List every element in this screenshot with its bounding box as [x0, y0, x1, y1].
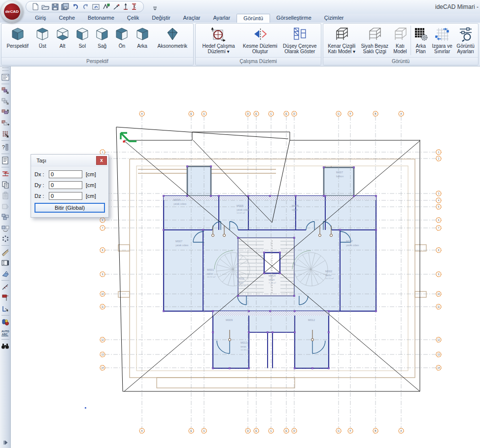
siyah-beyaz-sakli-cizgi-button[interactable]: Siyah Beyaz Saklı Çizgi [359, 24, 390, 57]
solid-tool-icon[interactable] [1, 269, 10, 278]
cube-top-icon [34, 25, 51, 43]
properties-list-icon[interactable] [1, 73, 10, 82]
sketch-edit-icon[interactable] [1, 248, 10, 256]
tab-cephe[interactable]: Cephe [53, 14, 81, 23]
idecad-logo: deCAD [4, 3, 20, 20]
cube-left-icon [74, 25, 91, 43]
izgara-ve-sinirlar-button[interactable]: Izgara ve Sınırlar [430, 24, 454, 57]
dy-unit: [cm] [86, 182, 96, 188]
report-icon[interactable] [1, 156, 10, 165]
kesme-duzlemi-olustur-button[interactable]: Kesme Düzlemi Oluştur [240, 24, 280, 57]
svg-text:11: 11 [438, 306, 440, 308]
perspektif-button[interactable]: Perspektif [2, 24, 33, 57]
redo-icon[interactable] [82, 3, 90, 10]
paste-special-icon[interactable] [1, 202, 10, 211]
polyline-edit-icon[interactable] [103, 3, 110, 10]
svg-text:yatak odası: yatak odası [346, 244, 359, 247]
alt-button[interactable]: Alt [52, 24, 72, 57]
measure-query-icon[interactable]: ? [1, 143, 10, 152]
svg-text:M007: M007 [336, 171, 343, 174]
move-dialog-titlebar[interactable]: Taşı x [31, 155, 108, 166]
arka-button[interactable]: Arka [132, 24, 153, 57]
cube-front-icon [113, 25, 130, 43]
kati-model-button[interactable]: Katı Model [390, 24, 410, 57]
copy-entity-icon[interactable] [1, 97, 10, 106]
window-title: ideCAD Mimari - [435, 3, 479, 10]
sol-button[interactable]: Sol [72, 24, 92, 57]
group-label-calisma-duzlemi: Çalışma Düzlemi [196, 57, 321, 65]
tab-değiştir[interactable]: Değiştir [145, 14, 176, 23]
svg-text:38.41 m²: 38.41 m² [238, 285, 246, 287]
dusey-cerceve-goster-button[interactable]: Düşey Çerçeve Olarak Göster [280, 24, 320, 57]
svg-text:M005: M005 [292, 204, 299, 207]
trim-line-icon[interactable] [1, 283, 10, 291]
application-button[interactable]: deCAD [1, 0, 23, 23]
mirror-entities-icon[interactable] [1, 224, 10, 232]
stretch-entity-icon[interactable] [1, 119, 10, 128]
finish-global-button[interactable]: Bitir (Global) [34, 203, 105, 213]
move-entity-icon[interactable] [1, 86, 10, 95]
hedef-calisma-duzlemi-button[interactable]: Hedef Çalışma Düzlemi ▾ [197, 24, 240, 57]
section-layers-icon[interactable] [1, 169, 10, 178]
save-all-icon[interactable] [61, 3, 69, 10]
svg-text:G: G [203, 429, 205, 432]
svg-text:M006: M006 [173, 198, 180, 201]
svg-text:C: C [270, 112, 272, 115]
new-file-icon[interactable] [32, 3, 39, 10]
point-cloud-icon[interactable] [1, 234, 10, 243]
on-button[interactable]: Ön [112, 24, 132, 57]
undo-view-icon[interactable] [92, 3, 100, 10]
toolbar-grip[interactable] [2, 67, 8, 71]
goruntu-ayarlari-button[interactable]: Görüntü Ayarları [454, 24, 477, 57]
tab-ayarlar[interactable]: Ayarlar [206, 14, 237, 23]
section-box-icon[interactable] [1, 258, 10, 267]
ust-button[interactable]: Üst [33, 24, 52, 57]
edit-grid-icon[interactable] [1, 129, 10, 138]
svg-text:M005: M005 [237, 204, 243, 207]
svg-text:13: 13 [437, 353, 440, 356]
tab-görselleştirme[interactable]: Görselleştirme [270, 14, 318, 23]
dx-input[interactable] [49, 170, 82, 178]
undo-icon[interactable] [71, 3, 79, 10]
copy-icon[interactable] [1, 180, 10, 189]
auto-label-icon[interactable]: AUTOABC [1, 328, 10, 337]
rotate-entity-icon[interactable] [1, 108, 10, 117]
flag-marker-icon[interactable] [1, 293, 10, 302]
toolbar-expand-icon[interactable] [1, 438, 10, 447]
dimension-edit-icon[interactable] [131, 3, 137, 10]
corner-select-icon[interactable] [1, 304, 10, 313]
svg-text:M012: M012 [308, 319, 315, 321]
tab-giriş[interactable]: Giriş [29, 14, 53, 23]
tab-çelik[interactable]: Çelik [121, 14, 145, 23]
group-entities-icon[interactable] [1, 213, 10, 222]
sag-button[interactable]: Sağ [92, 24, 112, 57]
aksonometrik-button[interactable]: Aksonometrik [153, 24, 192, 57]
close-button[interactable]: x [96, 156, 107, 165]
paste-icon[interactable] [1, 191, 10, 200]
display-settings-icon [458, 25, 474, 43]
save-icon[interactable] [52, 3, 59, 10]
tab-araçlar[interactable]: Araçlar [177, 14, 207, 23]
find-binoculars-icon[interactable] [1, 342, 10, 351]
tab-çizimler[interactable]: Çizimler [318, 14, 350, 23]
tab-görüntü[interactable]: Görüntü [237, 14, 270, 23]
dz-input[interactable] [49, 192, 82, 200]
kenar-cizgili-kati-model-button[interactable]: Kenar Çizgili Katı Model ▾ [324, 24, 359, 57]
tab-betonarme[interactable]: Betonarme [81, 14, 121, 23]
open-file-icon[interactable] [41, 3, 49, 10]
object-tags-icon[interactable] [1, 318, 10, 326]
toolbar-separator [1, 315, 9, 316]
pick-move-icon[interactable] [113, 3, 120, 10]
svg-text:M001: M001 [207, 268, 214, 271]
svg-text:14: 14 [101, 367, 104, 369]
stretch-vertical-icon[interactable] [123, 3, 129, 10]
stray-point [85, 407, 86, 409]
arka-plan-button[interactable]: Arka Plan [411, 24, 430, 57]
left-toolbar: ? AUTOABC [0, 66, 11, 448]
move-dialog-title: Taşı [36, 158, 46, 163]
dy-input[interactable] [49, 181, 82, 189]
svg-text:20.72 m²: 20.72 m² [325, 277, 334, 280]
quick-access-toolbar [26, 1, 144, 12]
qat-customize-icon[interactable] [153, 4, 157, 13]
drawing-canvas[interactable]: M006yatak odasıM005yatak odası12.07 m²M0… [11, 66, 480, 448]
